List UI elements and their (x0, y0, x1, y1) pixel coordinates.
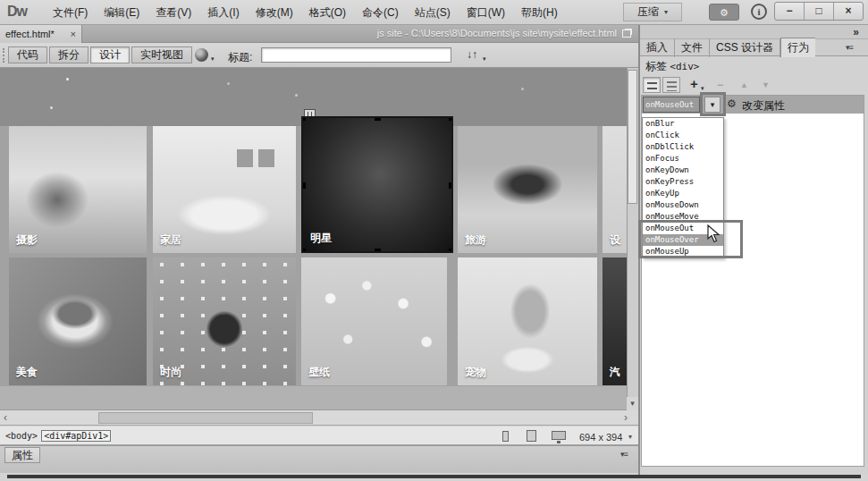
event-combo[interactable]: onMouseOut (643, 97, 700, 113)
move-down-button[interactable]: ▼ (762, 80, 770, 89)
event-option[interactable]: onClick (643, 130, 723, 141)
show-all-events-button[interactable] (662, 77, 680, 93)
sync-settings-icon[interactable]: ⚙ (709, 4, 739, 21)
menu-commands[interactable]: 命令(C) (354, 5, 407, 21)
selection-handle[interactable] (449, 116, 453, 121)
image-tile-food[interactable]: 美食 (9, 257, 147, 385)
tab-close-icon[interactable]: × (71, 29, 76, 39)
star-speck (521, 88, 524, 90)
design-view-button[interactable]: 设计 (90, 46, 130, 63)
split-view-button[interactable]: 拆分 (49, 46, 88, 63)
phone-size-icon[interactable] (502, 431, 509, 442)
event-option[interactable]: onDblClick (643, 141, 723, 153)
restore-window-icon[interactable] (622, 30, 631, 38)
tile-label: 设 (610, 232, 620, 248)
menu-format[interactable]: 格式(O) (301, 5, 354, 21)
close-button[interactable]: × (834, 3, 863, 20)
document-tab-bar: effect.html* × js site - C:\Users\8\Docu… (0, 25, 638, 43)
document-tab-label: effect.html* (5, 29, 55, 39)
event-option[interactable]: onKeyUp (643, 188, 723, 199)
window-controls: − □ × (774, 2, 864, 21)
behavior-action-label[interactable]: 改变属性 (742, 98, 785, 114)
star-speck (50, 106, 53, 109)
menu-help[interactable]: 帮助(H) (513, 5, 566, 21)
menu-modify[interactable]: 修改(M) (248, 5, 301, 21)
properties-tab[interactable]: 属性 (4, 447, 40, 463)
menu-view[interactable]: 查看(V) (147, 5, 199, 21)
selection-handle[interactable] (375, 116, 381, 121)
menu-insert[interactable]: 插入(I) (199, 5, 247, 21)
image-tile-wallpaper[interactable]: 壁纸 (301, 257, 447, 385)
chevron-down-icon[interactable]: ▾ (628, 433, 632, 441)
chevron-down-icon: ▾ (701, 85, 704, 92)
title-label: 标题: (228, 50, 252, 65)
mouse-cursor-icon (707, 224, 721, 243)
event-dropdown-icon[interactable]: ▾ (704, 97, 721, 113)
tag-selector-div-selected[interactable]: <div#apDiv1> (41, 430, 111, 442)
event-option[interactable]: onMouseDown (643, 199, 723, 211)
menu-file[interactable]: 文件(F) (45, 5, 96, 21)
live-view-button[interactable]: 实时视图 (131, 46, 192, 63)
add-behavior-button[interactable]: + (690, 76, 698, 91)
image-tile-photography[interactable]: 摄影 (9, 126, 147, 253)
minimize-button[interactable]: − (775, 3, 805, 20)
tablet-size-icon[interactable] (527, 430, 536, 442)
horizontal-scrollbar-thumb[interactable] (98, 412, 313, 424)
selection-handle[interactable] (301, 182, 306, 189)
move-up-button[interactable]: ▲ (740, 80, 748, 89)
vertical-scrollbar-thumb[interactable] (628, 70, 637, 204)
image-tile-fashion[interactable]: 时尚 (153, 257, 296, 385)
code-view-button[interactable]: 代码 (8, 46, 47, 63)
tag-selector-body[interactable]: <body> (5, 431, 38, 441)
desktop-size-icon[interactable] (552, 431, 566, 440)
selection-handle[interactable] (449, 182, 453, 189)
image-tile-pet[interactable]: 宠物 (458, 257, 597, 385)
image-tile-partial-car[interactable]: 汽 (603, 257, 627, 385)
selection-handle[interactable] (301, 116, 306, 121)
window-size-value[interactable]: 694 x 394 (579, 432, 622, 443)
selection-handle[interactable] (449, 249, 453, 253)
panel-menu-icon[interactable]: ▾≡ (846, 43, 853, 52)
title-input[interactable] (261, 47, 451, 63)
event-option[interactable]: onFocus (643, 153, 723, 165)
remove-behavior-button[interactable]: − (717, 79, 723, 91)
panel-menu-icon[interactable]: ▾≡ (620, 450, 628, 459)
show-set-events-button[interactable] (643, 77, 661, 93)
design-canvas[interactable]: 摄影 家居 明星 旅游 设 美食 时尚 壁纸 (0, 68, 627, 410)
event-option[interactable]: onKeyPress (643, 176, 723, 188)
image-tile-star-selected[interactable]: 明星 (301, 116, 453, 253)
document-tab[interactable]: effect.html* × (0, 25, 82, 43)
app-logo: Dw (7, 4, 27, 20)
file-management-icon[interactable]: ↓↑ (467, 48, 477, 61)
event-option[interactable]: onKeyDown (643, 165, 723, 176)
dreamweaver-window: Dw 文件(F) 编辑(E) 查看(V) 插入(I) 修改(M) 格式(O) 命… (0, 0, 868, 481)
menu-edit[interactable]: 编辑(E) (96, 5, 147, 21)
selection-handle[interactable] (301, 249, 306, 253)
main-menu: 文件(F) 编辑(E) 查看(V) 插入(I) 修改(M) 格式(O) 命令(C… (45, 0, 566, 25)
maximize-button[interactable]: □ (805, 3, 834, 20)
image-tile-partial-design[interactable]: 设 (603, 126, 627, 253)
event-option[interactable]: onBlur (643, 118, 723, 130)
tab-insert[interactable]: 插入 (640, 38, 675, 57)
workspace-switcher-button[interactable]: 压缩 ▾ (623, 3, 682, 21)
tab-css-designer[interactable]: CSS 设计器 (710, 38, 780, 57)
selection-handle[interactable] (375, 249, 381, 253)
tab-files[interactable]: 文件 (675, 38, 710, 57)
horizontal-scrollbar[interactable] (0, 410, 638, 426)
preview-globe-icon[interactable] (195, 48, 208, 62)
event-option[interactable]: onMouseMove (643, 211, 723, 223)
view-mode-buttons: 代码 拆分 设计 实时视图 (8, 46, 194, 63)
event-option[interactable]: onMouseUp (643, 246, 723, 257)
scroll-left-icon[interactable]: ‹ (4, 412, 7, 424)
collapse-panels-icon[interactable]: » (853, 26, 859, 38)
scroll-right-icon[interactable]: › (624, 412, 628, 424)
image-tile-travel[interactable]: 旅游 (458, 126, 597, 253)
menu-window[interactable]: 窗口(W) (459, 5, 513, 21)
scroll-down-icon[interactable]: ▾ (627, 397, 638, 410)
image-tile-home[interactable]: 家居 (153, 126, 296, 253)
menu-site[interactable]: 站点(S) (407, 5, 459, 21)
info-icon[interactable]: i (751, 4, 767, 20)
tile-label: 壁纸 (308, 365, 330, 380)
tile-label: 摄影 (16, 232, 38, 248)
tab-behaviors[interactable]: 行为 (780, 38, 815, 57)
